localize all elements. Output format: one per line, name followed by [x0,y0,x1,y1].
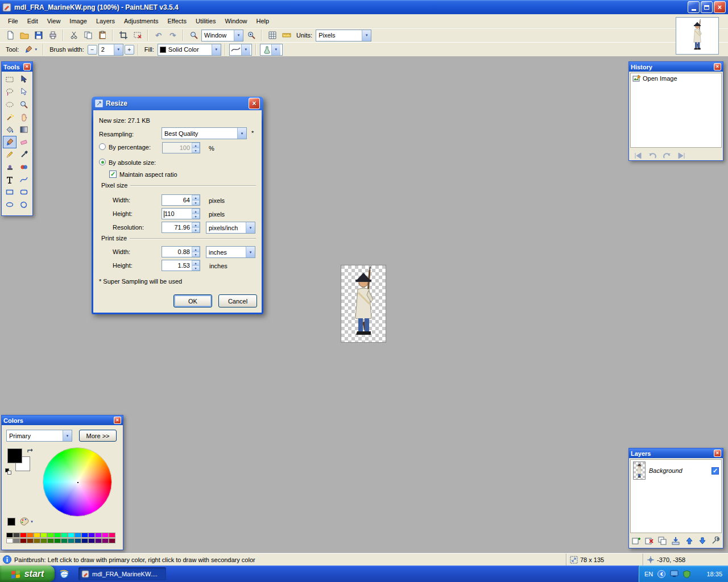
palette-swatch[interactable] [95,533,102,538]
resolution-spinner[interactable]: 71.96 ▲▼ [162,222,200,233]
palette-swatch[interactable] [6,538,13,543]
tool-ellipse-select[interactable] [3,98,16,111]
new-file-button[interactable] [3,29,16,41]
print-height-spinner[interactable]: 1.53 ▲▼ [162,260,200,271]
open-file-button[interactable] [18,29,31,41]
move-layer-down-button[interactable] [698,537,707,545]
zoom-in-button[interactable] [245,29,258,41]
palette-swatch[interactable] [109,533,115,538]
history-undo-button[interactable] [646,151,659,160]
history-item[interactable]: Open Image [631,73,721,84]
print-width-spinner[interactable]: 0.88 ▲▼ [162,246,200,257]
tool-line-curve[interactable] [17,173,31,186]
color-wheel[interactable] [43,447,112,517]
chevron-down-icon[interactable]: ▼ [30,520,34,523]
tool-selector[interactable]: ▼ [22,45,39,54]
move-layer-up-button[interactable] [685,537,694,545]
tools-palette-titlebar[interactable]: Tools × [2,62,32,72]
palette-swatch[interactable] [81,533,88,538]
canvas[interactable] [341,265,386,342]
restore-button[interactable] [701,1,713,13]
window-titlebar[interactable]: mdl_FRA_MarineKW.png (100%) - Paint.NET … [0,0,728,14]
menu-item[interactable]: Edit [23,15,43,27]
zoom-mode-combo[interactable]: Window ▼ [201,30,243,41]
percentage-spinner[interactable]: 100 ▲▼ [162,142,200,153]
palette-swatch[interactable] [54,538,61,543]
more-button[interactable]: More >> [79,430,117,442]
history-redo-button[interactable] [661,151,673,160]
menu-item[interactable]: File [3,15,23,27]
spin-up-icon[interactable]: ▲ [192,222,200,227]
brush-width-increase-button[interactable]: + [125,45,134,55]
resolution-unit-combo[interactable]: pixels/inch ▼ [206,222,255,234]
palette-swatch[interactable] [40,533,47,538]
brush-width-decrease-button[interactable]: − [88,45,97,55]
close-button[interactable]: × [714,1,726,13]
close-icon[interactable]: × [114,417,121,424]
spin-up-icon[interactable]: ▲ [192,209,200,214]
close-icon[interactable]: × [23,63,31,70]
palette-swatch[interactable] [20,538,27,543]
palette-swatch[interactable] [75,533,81,538]
palette-swatch[interactable] [40,538,47,543]
taskbar-clock[interactable]: 18:35 [706,571,722,577]
palette-swatch[interactable] [102,533,109,538]
merge-layer-down-button[interactable] [671,537,680,545]
palette-swatch[interactable] [27,533,34,538]
palette-swatch[interactable] [61,533,68,538]
palette-swatch[interactable] [54,533,61,538]
tool-lasso-select[interactable] [3,86,16,98]
palette-swatch[interactable] [109,538,115,543]
tool-rectangle[interactable] [3,186,16,198]
menu-item[interactable]: Image [65,15,92,27]
display-tray-icon[interactable] [670,570,679,577]
close-icon[interactable]: × [249,98,260,109]
tool-recolor[interactable] [17,161,31,173]
tool-magic-wand[interactable] [3,111,16,123]
start-button[interactable]: start [0,566,55,582]
resampling-combo[interactable]: Best Quality ▼ [162,127,247,139]
palette-swatch[interactable] [13,538,20,543]
colors-palette-titlebar[interactable]: Colors × [2,415,123,425]
history-palette-titlebar[interactable]: History × [629,62,723,72]
palette-swatch[interactable] [95,538,102,543]
menu-item[interactable]: Window [220,15,251,27]
tool-paintbrush[interactable] [3,136,16,148]
tool-rounded-rectangle[interactable] [17,186,31,198]
tool-zoom[interactable] [17,98,31,111]
deselect-button[interactable] [131,29,144,41]
security-shield-icon[interactable] [683,570,690,578]
maintain-aspect-checkbox[interactable]: ✓ [109,171,117,178]
layer-visible-checkbox[interactable]: ✓ [712,467,719,475]
palette-swatch[interactable] [34,533,40,538]
history-fastforward-button[interactable] [676,151,688,160]
add-layer-button[interactable] [632,537,641,545]
tool-paint-bucket[interactable] [3,123,16,136]
hide-icons-chevron[interactable] [657,570,665,578]
cancel-button[interactable]: Cancel [218,294,257,307]
menu-item[interactable]: Adjustments [119,15,163,27]
palette-menu-icon[interactable] [20,517,29,526]
palette-swatch[interactable] [27,538,34,543]
tool-clone-stamp[interactable] [3,161,16,173]
language-indicator[interactable]: EN [644,571,653,577]
palette-swatch[interactable] [20,533,27,538]
undo-button[interactable]: ↶ [152,29,165,41]
menu-item[interactable]: Help [252,15,274,27]
line-style-combo[interactable]: ▼ [229,44,252,56]
palette-swatch[interactable] [88,533,95,538]
minimize-button[interactable] [688,1,700,13]
tool-move-selected-pixels[interactable] [17,73,31,86]
palette-swatch[interactable] [68,533,75,538]
spin-down-icon[interactable]: ▼ [192,252,200,257]
palette-swatch[interactable] [47,533,54,538]
ok-button[interactable]: OK [173,294,212,307]
tool-eraser[interactable] [17,136,31,148]
delete-layer-button[interactable] [645,537,654,545]
palette-swatch[interactable] [75,538,81,543]
antialias-combo[interactable]: ▼ [260,44,283,56]
save-button[interactable] [32,29,45,41]
copy-button[interactable] [81,29,94,41]
palette-swatch[interactable] [13,533,20,538]
palette-swatch[interactable] [34,538,40,543]
